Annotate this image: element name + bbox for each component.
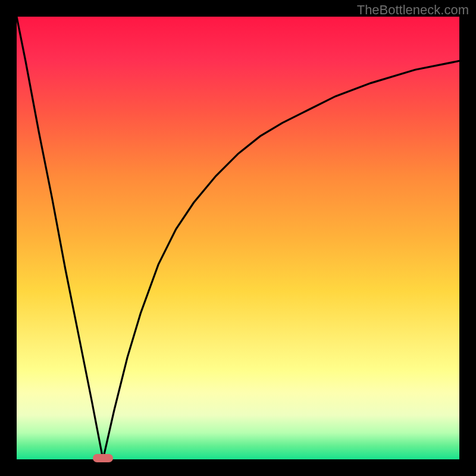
bottleneck-curve-right xyxy=(103,61,459,459)
curve-overlay xyxy=(17,17,459,459)
optimal-marker xyxy=(93,454,113,462)
bottleneck-curve-left xyxy=(17,17,103,459)
chart-frame: TheBottleneck.com xyxy=(0,0,476,476)
watermark-text: TheBottleneck.com xyxy=(357,2,469,18)
chart-plot-area xyxy=(17,17,459,459)
